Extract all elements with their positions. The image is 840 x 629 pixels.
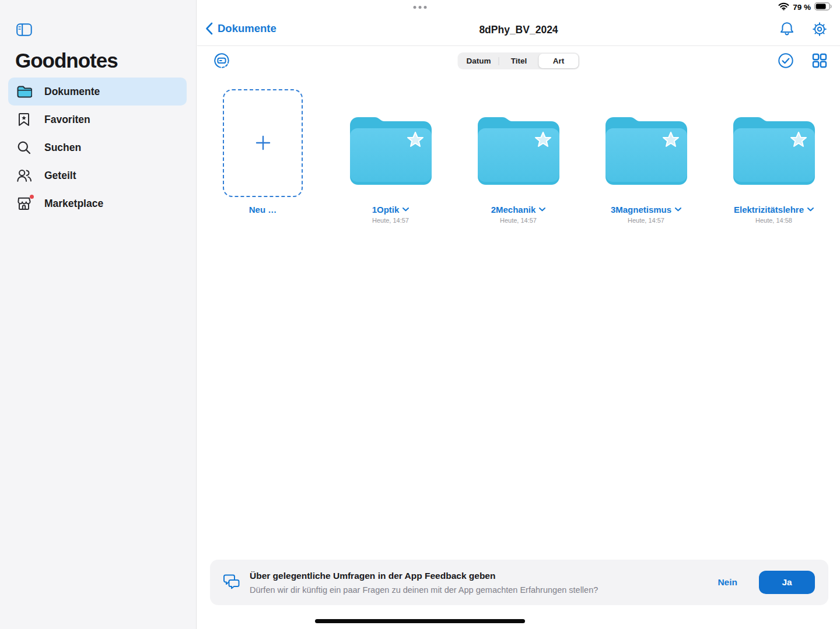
- home-indicator[interactable]: [315, 619, 525, 623]
- folder-name: 3Magnetismus: [611, 205, 671, 215]
- sidebar-item-label: Favoriten: [44, 114, 90, 126]
- folder-grid: Neu … 1: [199, 89, 838, 224]
- sidebar-item-label: Marketplace: [44, 198, 103, 210]
- folder-name-button[interactable]: 3Magnetismus: [611, 205, 681, 215]
- folder-date: Heute, 14:58: [755, 217, 792, 224]
- sort-segmented-control: Datum Titel Art: [458, 52, 580, 69]
- sidebar-item-label: Geteilt: [44, 170, 76, 182]
- folder-thumbnail-icon[interactable]: [473, 110, 564, 191]
- folder-name-button[interactable]: 1Optik: [372, 205, 410, 215]
- sidebar-item-label: Suchen: [44, 142, 81, 154]
- sidebar-item-favoriten[interactable]: Favoriten: [8, 106, 187, 133]
- header: Dokumente 8dPhy_BV_2024: [197, 0, 840, 45]
- folder-date: Heute, 14:57: [500, 217, 537, 224]
- folder-name-button[interactable]: 2Mechanik: [491, 205, 546, 215]
- chevron-down-icon: [807, 208, 814, 212]
- feedback-banner: Über gelegentliche Umfragen in der App F…: [210, 560, 828, 605]
- new-document-cell: Neu …: [199, 89, 327, 224]
- sidebar-toggle-icon[interactable]: [16, 22, 32, 40]
- folder-name: 1Optik: [372, 205, 400, 215]
- segment-datum[interactable]: Datum: [459, 54, 499, 68]
- folder-name-button[interactable]: Elektrizitätslehre: [734, 205, 814, 215]
- folder-cell: 2Mechanik Heute, 14:57: [454, 89, 582, 224]
- sidebar: Goodnotes Dokumente Favoriten: [0, 0, 197, 629]
- segment-titel[interactable]: Titel: [499, 54, 539, 68]
- main-panel: Dokumente 8dPhy_BV_2024: [197, 0, 840, 629]
- folder-thumbnail-icon[interactable]: [729, 110, 820, 191]
- page-title: 8dPhy_BV_2024: [197, 24, 840, 36]
- marketplace-badge: [30, 195, 34, 199]
- folder-thumbnail-icon[interactable]: [601, 110, 692, 191]
- new-document-button[interactable]: [223, 89, 303, 197]
- segment-label: Titel: [511, 57, 527, 65]
- folder-date: Heute, 14:57: [628, 217, 664, 224]
- accept-button[interactable]: Ja: [759, 571, 815, 594]
- sidebar-item-label: Dokumente: [44, 86, 100, 98]
- notifications-bell-icon[interactable]: [779, 21, 794, 40]
- banner-subtitle: Dürfen wir dir künftig ein paar Fragen z…: [250, 585, 718, 595]
- bookmark-star-icon: [16, 112, 32, 127]
- folder-icon: [16, 85, 32, 99]
- folder-name: Elektrizitätslehre: [734, 205, 804, 215]
- segment-label: Datum: [466, 57, 491, 65]
- folder-date: Heute, 14:57: [372, 217, 409, 224]
- toolbar: Datum Titel Art: [197, 46, 840, 75]
- banner-title: Über gelegentliche Umfragen in der App F…: [250, 571, 718, 581]
- sidebar-item-dokumente[interactable]: Dokumente: [8, 78, 187, 106]
- people-icon: [16, 168, 32, 182]
- decline-button[interactable]: Nein: [718, 577, 737, 588]
- folder-name: 2Mechanik: [491, 205, 536, 215]
- settings-gear-icon[interactable]: [811, 21, 828, 40]
- search-icon: [16, 140, 32, 155]
- sidebar-item-suchen[interactable]: Suchen: [8, 133, 187, 161]
- sync-status-icon[interactable]: [214, 52, 230, 71]
- sidebar-nav: Dokumente Favoriten Suchen: [8, 78, 187, 217]
- chevron-down-icon: [539, 208, 545, 212]
- select-checkmark-icon[interactable]: [778, 52, 794, 71]
- plus-icon: [254, 133, 272, 152]
- folder-thumbnail-icon[interactable]: [345, 110, 436, 191]
- folder-cell: Elektrizitätslehre Heute, 14:58: [710, 89, 838, 224]
- segment-label: Art: [553, 57, 565, 65]
- folder-cell: 3Magnetismus Heute, 14:57: [582, 89, 710, 224]
- chat-bubbles-icon: [223, 573, 241, 592]
- sidebar-item-marketplace[interactable]: Marketplace: [8, 189, 187, 217]
- folder-cell: 1Optik Heute, 14:57: [327, 89, 454, 224]
- chevron-down-icon: [675, 208, 681, 212]
- new-document-label: Neu …: [249, 205, 277, 215]
- grid-view-icon[interactable]: [811, 52, 828, 71]
- app-title: Goodnotes: [15, 49, 118, 72]
- storefront-icon: [16, 196, 32, 211]
- chevron-down-icon: [402, 208, 409, 212]
- sidebar-item-geteilt[interactable]: Geteilt: [8, 161, 187, 189]
- segment-art[interactable]: Art: [539, 54, 579, 68]
